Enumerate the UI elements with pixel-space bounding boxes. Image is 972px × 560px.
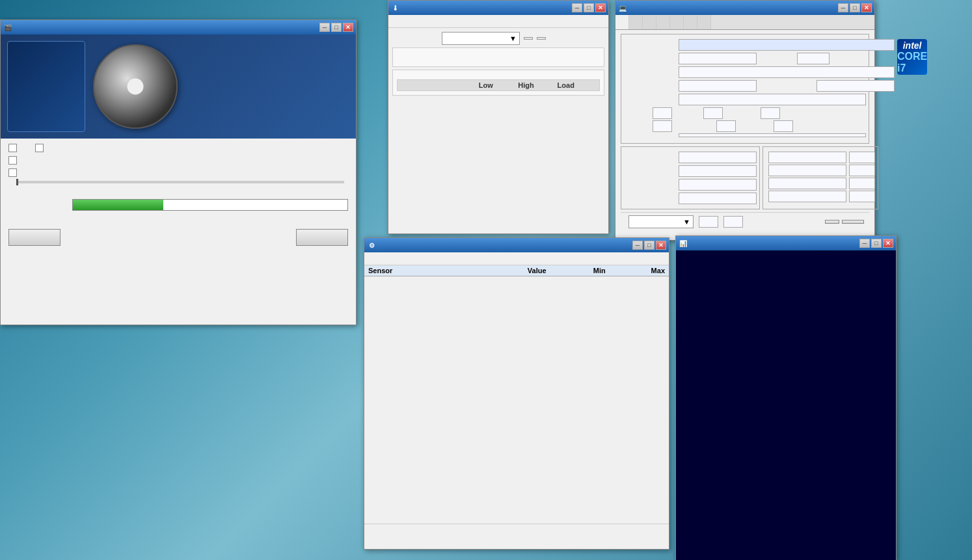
cpuz-close-btn[interactable]: ✕ xyxy=(861,3,872,12)
tab-graphics[interactable] xyxy=(684,15,697,29)
level2-value xyxy=(768,178,846,189)
name-row xyxy=(624,39,895,51)
speed-slider[interactable] xyxy=(16,181,344,183)
hw-menu-edit[interactable] xyxy=(367,258,375,260)
package-value xyxy=(679,66,895,78)
winavi-close-btn[interactable]: ✕ xyxy=(343,23,353,32)
package-row xyxy=(624,66,895,78)
cpuz-bottom-bar: ▼ xyxy=(621,212,869,231)
enable-preview-checkbox[interactable] xyxy=(8,144,17,152)
hw-menu-help[interactable] xyxy=(388,258,396,260)
tab-memory[interactable] xyxy=(656,15,670,29)
processor-details: intel CORE i7 xyxy=(624,39,866,94)
cache-section xyxy=(763,146,878,209)
cpuz-maximize-btn[interactable]: □ xyxy=(850,3,860,12)
bus-speed-value xyxy=(679,179,757,191)
name-value xyxy=(679,39,895,51)
winavi-header xyxy=(1,34,356,139)
tmonitor-content xyxy=(676,250,896,560)
coretemp-window-controls: ─ □ ✕ xyxy=(572,3,606,12)
winavi-minimize-btn[interactable]: ─ xyxy=(319,23,330,32)
hwmonitor-close-btn[interactable]: ✕ xyxy=(656,241,666,250)
ok-button[interactable] xyxy=(842,220,864,224)
coretemp-content: ▼ xyxy=(388,28,608,102)
preview-realtime-checkbox[interactable] xyxy=(35,144,44,152)
winavi-logo xyxy=(7,41,85,132)
help-button[interactable] xyxy=(8,229,61,246)
col-max: Max xyxy=(606,267,665,274)
coretemp-menu-bar xyxy=(388,15,608,28)
ext-family-value xyxy=(653,120,672,132)
coretemp-maximize-btn[interactable]: □ xyxy=(584,3,594,12)
winavi-maximize-btn[interactable]: □ xyxy=(331,23,342,32)
hwmonitor-maximize-btn[interactable]: □ xyxy=(644,241,655,250)
l1-inst-value xyxy=(768,165,846,176)
hwmonitor-titlebar: ⚙ ─ □ ✕ xyxy=(364,238,669,252)
hwmonitor-minimize-btn[interactable]: ─ xyxy=(632,241,643,250)
temp-table-header: Low High Load xyxy=(397,79,600,91)
select-cpu-row: ▼ xyxy=(392,32,604,45)
processor-select[interactable]: ▼ xyxy=(628,215,694,228)
menu-help[interactable] xyxy=(422,21,430,22)
rated-fsb-value xyxy=(679,193,757,204)
clocks-section xyxy=(621,146,760,209)
hwmonitor-status-bar xyxy=(364,524,669,537)
shutdown-checkbox[interactable] xyxy=(8,156,17,165)
stepping-value xyxy=(761,107,780,119)
temp-col-high: High xyxy=(518,81,557,89)
technology-value xyxy=(679,80,757,92)
cpu-select[interactable]: ▼ xyxy=(442,32,520,45)
tmonitor-maximize-btn[interactable]: □ xyxy=(871,239,882,248)
time-elapsed-row xyxy=(8,189,348,196)
progress-text xyxy=(73,200,347,210)
tmonitor-window: 📊 ─ □ ✕ xyxy=(675,235,897,560)
processor-fields xyxy=(624,39,895,94)
hwmonitor-window-controls: ─ □ ✕ xyxy=(632,241,666,250)
temp-col-load: Load xyxy=(558,81,597,89)
cpuz-titlebar: 💻 ─ □ ✕ xyxy=(615,1,874,15)
technology-row xyxy=(624,80,895,92)
tab-about[interactable] xyxy=(697,15,711,29)
tab-spd[interactable] xyxy=(670,15,684,29)
validate-button[interactable] xyxy=(825,220,839,224)
block-messages-checkbox[interactable] xyxy=(8,168,17,177)
winavi-shutdown-row xyxy=(8,156,348,165)
level3-ways xyxy=(849,191,875,202)
cores-badge xyxy=(524,37,533,40)
tab-mainboard[interactable] xyxy=(643,15,656,29)
cpuz-window-controls: ─ □ ✕ xyxy=(838,3,872,12)
cancel-button[interactable] xyxy=(296,229,348,246)
progress-bar-container xyxy=(72,199,348,211)
tmonitor-minimize-btn[interactable]: ─ xyxy=(859,239,870,248)
winavi-window-controls: ─ □ ✕ xyxy=(319,23,353,32)
family-model-row xyxy=(624,107,866,119)
codename-row xyxy=(624,53,895,64)
coretemp-icon: 🌡 xyxy=(391,3,400,12)
tab-cpu[interactable] xyxy=(615,15,629,29)
l1-data-ways xyxy=(849,152,875,163)
instructions-value xyxy=(679,133,866,137)
remaining-label xyxy=(346,189,348,196)
tmonitor-titlebar: 📊 ─ □ ✕ xyxy=(676,236,896,250)
l1-data-value xyxy=(768,152,846,163)
winavi-icon: 🎬 xyxy=(3,23,12,32)
winavi-enable-preview-row xyxy=(8,144,348,152)
menu-options[interactable] xyxy=(401,21,409,22)
menu-file[interactable] xyxy=(391,21,399,22)
processor-section: intel CORE i7 xyxy=(621,34,869,144)
coretemp-minimize-btn[interactable]: ─ xyxy=(572,3,582,12)
menu-tools[interactable] xyxy=(412,21,420,22)
cpuz-minimize-btn[interactable]: ─ xyxy=(838,3,848,12)
tmonitor-close-btn[interactable]: ✕ xyxy=(883,239,893,248)
hwmonitor-icon: ⚙ xyxy=(367,241,376,250)
specification-row xyxy=(624,94,866,105)
coretemp-close-btn[interactable]: ✕ xyxy=(595,3,606,12)
ext-model-value xyxy=(716,120,736,132)
speed-limit-row xyxy=(8,181,348,183)
tab-caches[interactable] xyxy=(629,15,643,29)
core-speed-row xyxy=(624,152,757,163)
hw-menu-view[interactable] xyxy=(377,258,385,260)
cpuz-content: intel CORE i7 xyxy=(615,30,874,235)
hwmonitor-toolbar xyxy=(364,252,669,265)
winavi-window: 🎬 ─ □ ✕ xyxy=(0,20,357,325)
